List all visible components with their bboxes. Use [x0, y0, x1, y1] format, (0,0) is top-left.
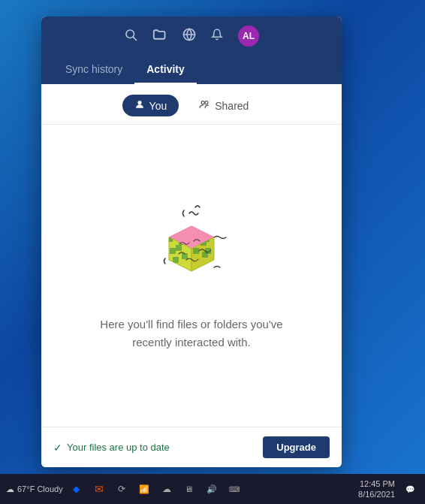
- header-icons-row: AL: [53, 26, 330, 56]
- time-display: 12:45 PM 8/16/2021: [358, 478, 395, 500]
- tab-activity[interactable]: Activity: [134, 56, 197, 84]
- sub-tab-you-label: You: [149, 100, 167, 112]
- checkmark-icon: ✓: [53, 442, 62, 454]
- sync-tray-icon[interactable]: ⟳: [113, 480, 131, 498]
- sub-tabs-row: You Shared: [41, 84, 342, 125]
- taskbar: ☁ 67°F Cloudy ◆ ✉ ⟳ 📶 ☁ 🖥 🔊 ⌨ 12:45 PM 8…: [0, 474, 425, 504]
- empty-state-text: Here you'll find files or folders you've…: [94, 315, 289, 352]
- weather-icon: ☁: [6, 484, 14, 494]
- network-tray-icon[interactable]: 📶: [135, 480, 153, 498]
- search-icon[interactable]: [124, 28, 137, 45]
- clock-date: 8/16/2021: [358, 489, 395, 499]
- svg-rect-33: [196, 254, 202, 260]
- empty-state-illustration: [143, 200, 240, 297]
- sub-tab-shared[interactable]: Shared: [186, 95, 261, 116]
- monitor-tray-icon[interactable]: 🖥: [180, 480, 198, 498]
- app-window: AL Sync history Activity You: [41, 17, 342, 467]
- you-icon: [134, 99, 145, 112]
- svg-point-6: [201, 101, 204, 104]
- upgrade-button[interactable]: Upgrade: [263, 436, 330, 458]
- weather-text: 67°F Cloudy: [17, 484, 63, 493]
- globe-icon[interactable]: [182, 28, 196, 45]
- svg-rect-16: [176, 245, 182, 251]
- folder-icon[interactable]: [152, 28, 167, 45]
- svg-rect-18: [170, 248, 176, 254]
- bell-icon[interactable]: [211, 28, 223, 45]
- sub-tab-shared-label: Shared: [215, 100, 249, 112]
- shared-icon: [198, 99, 210, 112]
- nav-tabs: Sync history Activity: [53, 56, 330, 84]
- weather-info: ☁ 67°F Cloudy: [6, 484, 63, 494]
- svg-rect-31: [199, 246, 205, 252]
- svg-rect-15: [170, 242, 176, 248]
- cloud-tray-icon[interactable]: ☁: [158, 480, 176, 498]
- sync-status: ✓ Your files are up to date: [53, 442, 170, 454]
- user-avatar[interactable]: AL: [238, 26, 259, 47]
- svg-rect-20: [173, 257, 179, 263]
- status-text: Your files are up to date: [67, 442, 170, 453]
- notification-tray-icon[interactable]: 💬: [401, 480, 419, 498]
- clock-time: 12:45 PM: [358, 478, 395, 489]
- content-area: Here you'll find files or folders you've…: [41, 125, 342, 427]
- svg-rect-30: [193, 248, 199, 254]
- svg-line-3: [133, 37, 136, 40]
- taskbar-clock: 12:45 PM 8/16/2021 💬: [358, 478, 419, 500]
- svg-rect-29: [206, 242, 212, 248]
- app-footer: ✓ Your files are up to date Upgrade: [41, 427, 342, 467]
- keyboard-tray-icon[interactable]: ⌨: [225, 480, 243, 498]
- sub-tab-you[interactable]: You: [122, 95, 179, 116]
- dropbox-tray-icon[interactable]: ◆: [68, 480, 86, 498]
- svg-point-7: [205, 101, 208, 104]
- app-header: AL Sync history Activity: [41, 17, 342, 84]
- speaker-tray-icon[interactable]: 🔊: [203, 480, 221, 498]
- tab-sync-history[interactable]: Sync history: [53, 56, 134, 84]
- mail-tray-icon[interactable]: ✉: [90, 480, 108, 498]
- svg-point-5: [137, 101, 141, 104]
